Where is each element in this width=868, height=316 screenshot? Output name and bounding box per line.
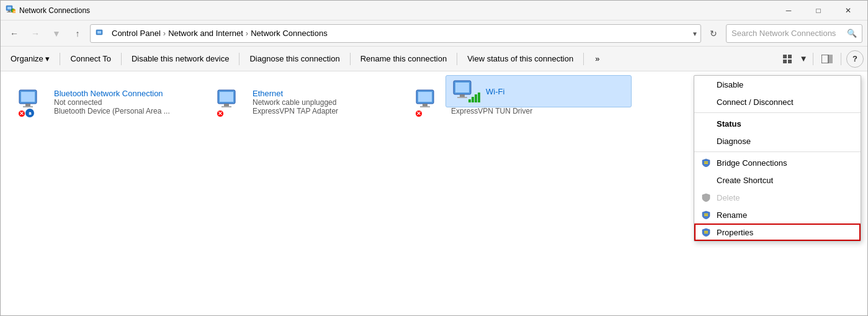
search-box[interactable]: Search Network Connections 🔍 bbox=[726, 24, 862, 43]
up-button[interactable]: ↑ bbox=[69, 25, 86, 42]
minimize-button[interactable]: ─ bbox=[774, 1, 803, 20]
svg-rect-10 bbox=[788, 55, 792, 58]
view-dropdown-button[interactable]: ▼ bbox=[799, 50, 808, 68]
svg-rect-37 bbox=[704, 215, 708, 217]
rename-button[interactable]: Rename this connection bbox=[354, 49, 453, 69]
svg-rect-7 bbox=[97, 31, 101, 34]
context-menu-bridge-connections[interactable]: Bridge Connections bbox=[694, 154, 861, 171]
svg-rect-24 bbox=[423, 104, 427, 106]
search-icon: 🔍 bbox=[847, 29, 857, 38]
back-button[interactable]: ← bbox=[6, 25, 23, 42]
toolbar-right: ▼ ? bbox=[779, 50, 864, 68]
preview-pane-button[interactable] bbox=[818, 50, 836, 68]
svg-rect-38 bbox=[704, 231, 708, 232]
toolbar-separator-3 bbox=[239, 53, 239, 65]
bluetooth-icon-wrap: ✕ ʙ bbox=[18, 89, 48, 119]
svg-rect-12 bbox=[821, 55, 828, 63]
breadcrumb-part-1: Control Panel bbox=[112, 29, 161, 38]
toolbar-separator-2 bbox=[121, 53, 122, 65]
context-menu-separator-2 bbox=[694, 151, 861, 152]
change-view-button[interactable] bbox=[779, 50, 797, 68]
svg-rect-31 bbox=[472, 97, 474, 102]
svg-rect-35 bbox=[704, 163, 708, 165]
context-menu-separator-1 bbox=[694, 112, 861, 113]
bridge-connections-label: Bridge Connections bbox=[717, 158, 787, 168]
svg-rect-11 bbox=[788, 60, 792, 63]
maximize-button[interactable]: □ bbox=[804, 1, 833, 20]
window-icon: 📶 bbox=[6, 4, 16, 16]
ethernet-connection-info: Ethernet Network cable unplugged Express… bbox=[253, 89, 338, 115]
connection-detail: ExpressVPN TUN Driver bbox=[451, 107, 535, 115]
connection-status: Not connected bbox=[54, 98, 170, 107]
context-menu-status[interactable]: Status bbox=[694, 115, 861, 132]
toolbar-separator-5 bbox=[457, 53, 457, 65]
context-menu: Disable Connect / Disconnect Status Diag… bbox=[694, 75, 861, 242]
address-dropdown-icon: ▼ bbox=[692, 30, 698, 37]
connection-detail: ExpressVPN TAP Adapter bbox=[253, 107, 338, 115]
error-badge: ✕ bbox=[217, 110, 224, 117]
view-status-button[interactable]: View status of this connection bbox=[461, 49, 579, 69]
svg-rect-32 bbox=[475, 94, 477, 102]
create-shortcut-label: Create Shortcut bbox=[717, 176, 773, 185]
context-menu-diagnose[interactable]: Diagnose bbox=[694, 132, 861, 150]
context-menu-delete[interactable]: Delete bbox=[694, 189, 861, 206]
close-button[interactable]: ✕ bbox=[834, 1, 862, 20]
svg-rect-25 bbox=[420, 106, 430, 107]
context-menu-disable[interactable]: Disable bbox=[694, 76, 861, 93]
bluetooth-connection-info: Bluetooth Network Connection Not connect… bbox=[54, 89, 170, 115]
svg-rect-16 bbox=[25, 104, 30, 106]
connection-name: Ethernet bbox=[253, 89, 338, 98]
refresh-button[interactable]: ↻ bbox=[705, 25, 722, 42]
context-menu-create-shortcut[interactable]: Create Shortcut bbox=[694, 171, 861, 189]
svg-rect-17 bbox=[23, 106, 33, 107]
context-menu-connect-disconnect[interactable]: Connect / Disconnect bbox=[694, 93, 861, 111]
toolbar-separator-1 bbox=[60, 53, 60, 65]
list-item[interactable]: ✕ Ethernet Network cable unplugged Expre… bbox=[212, 84, 385, 124]
recent-locations-button[interactable]: ▼ bbox=[48, 25, 65, 42]
organize-button[interactable]: Organize ▾ bbox=[4, 49, 56, 69]
window: 📶 Network Connections ─ □ ✕ ← → ▼ ↑ Cont… bbox=[0, 0, 868, 316]
context-menu-rename[interactable]: Rename bbox=[694, 206, 861, 223]
svg-rect-19 bbox=[220, 92, 233, 102]
svg-rect-21 bbox=[221, 106, 231, 107]
svg-rect-3 bbox=[7, 12, 12, 12]
forward-button[interactable]: → bbox=[27, 25, 44, 42]
svg-rect-34 bbox=[704, 161, 708, 163]
toolbar-separator-6 bbox=[583, 53, 584, 65]
svg-rect-13 bbox=[829, 55, 833, 63]
title-bar-buttons: ─ □ ✕ bbox=[774, 1, 862, 20]
disable-button[interactable]: Disable this network device bbox=[125, 49, 236, 69]
toolbar: Organize ▾ Connect To Disable this netwo… bbox=[1, 47, 867, 71]
properties-label: Properties bbox=[717, 228, 753, 237]
connection-name: Bluetooth Network Connection bbox=[54, 89, 170, 98]
svg-rect-30 bbox=[468, 99, 471, 102]
svg-rect-1 bbox=[7, 7, 11, 9]
svg-rect-28 bbox=[460, 94, 465, 97]
wifi-icon-wrap bbox=[452, 79, 480, 103]
wifi-name: Wi-Fi bbox=[486, 87, 504, 96]
search-placeholder: Search Network Connections bbox=[732, 29, 836, 38]
svg-rect-23 bbox=[418, 92, 432, 102]
address-input[interactable]: Control Panel › Network and Internet › N… bbox=[90, 24, 701, 43]
svg-rect-36 bbox=[704, 214, 708, 215]
connect-to-button[interactable]: Connect To bbox=[64, 49, 117, 69]
context-menu-properties[interactable]: Properties bbox=[694, 223, 861, 241]
title-bar: 📶 Network Connections ─ □ ✕ bbox=[1, 1, 867, 20]
wifi-connection-item[interactable]: Wi-Fi bbox=[445, 75, 632, 107]
svg-rect-39 bbox=[704, 233, 708, 234]
svg-rect-15 bbox=[21, 92, 35, 102]
window-title: Network Connections bbox=[19, 6, 774, 15]
breadcrumb-part-3: Network Connections bbox=[251, 29, 328, 38]
help-button[interactable]: ? bbox=[846, 50, 864, 68]
list-item[interactable]: ✕ ʙ Bluetooth Network Connection Not con… bbox=[13, 84, 187, 124]
connection-detail: Bluetooth Device (Personal Area ... bbox=[54, 107, 170, 115]
svg-rect-33 bbox=[478, 93, 480, 102]
shield-blue-icon-2 bbox=[700, 209, 712, 220]
connection-status: Network cable unplugged bbox=[253, 98, 338, 107]
diagnose-button[interactable]: Diagnose this connection bbox=[243, 49, 346, 69]
svg-text:📶: 📶 bbox=[12, 9, 16, 14]
more-button[interactable]: » bbox=[589, 49, 606, 69]
svg-rect-20 bbox=[224, 104, 229, 106]
breadcrumb-part-2: Network and Internet bbox=[168, 29, 243, 38]
address-path: Control Panel › Network and Internet › N… bbox=[96, 29, 328, 38]
